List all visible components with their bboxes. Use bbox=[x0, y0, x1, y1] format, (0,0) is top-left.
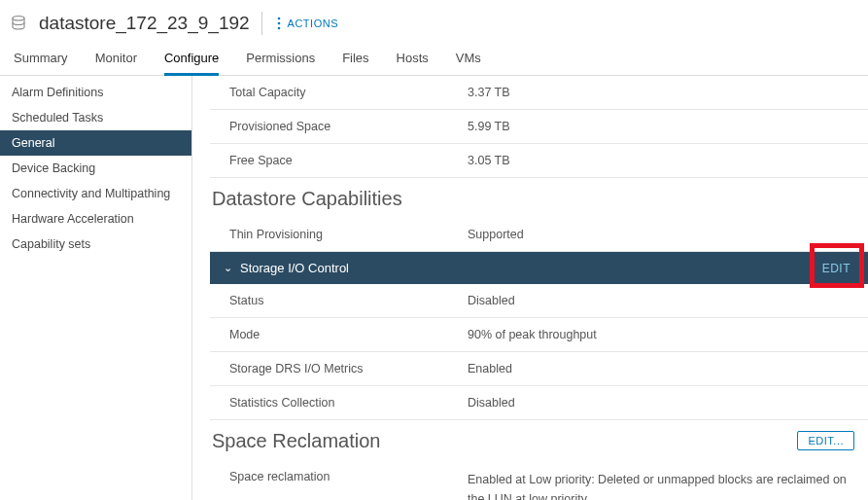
tab-hosts[interactable]: Hosts bbox=[397, 43, 429, 75]
sidebar-item-general[interactable]: General bbox=[0, 130, 191, 156]
row-value: 3.05 TB bbox=[468, 154, 868, 167]
row-label: Thin Provisioning bbox=[210, 228, 468, 241]
edit-sioc-button[interactable]: EDIT bbox=[822, 262, 851, 275]
table-row: Free Space 3.05 TB bbox=[210, 144, 868, 178]
table-row: Total Capacity 3.37 TB bbox=[210, 76, 868, 110]
row-value: Enabled bbox=[468, 362, 868, 375]
sidebar: Alarm Definitions Scheduled Tasks Genera… bbox=[0, 76, 192, 500]
row-value: 3.37 TB bbox=[468, 86, 868, 99]
tab-monitor[interactable]: Monitor bbox=[95, 43, 137, 75]
divider bbox=[261, 12, 262, 35]
sidebar-item-scheduled-tasks[interactable]: Scheduled Tasks bbox=[0, 105, 191, 130]
row-label: Total Capacity bbox=[210, 86, 468, 99]
table-row: Provisioned Space 5.99 TB bbox=[210, 110, 868, 144]
row-value: 5.99 TB bbox=[468, 120, 868, 133]
actions-label: ACTIONS bbox=[288, 18, 338, 29]
section-title-reclamation: Space Reclamation bbox=[210, 420, 380, 460]
table-row: Thin Provisioning Supported bbox=[210, 218, 868, 252]
tab-vms[interactable]: VMs bbox=[456, 43, 481, 75]
table-row: Space reclamation Enabled at Low priorit… bbox=[210, 460, 868, 500]
kebab-icon bbox=[274, 17, 284, 30]
actions-menu[interactable]: ACTIONS bbox=[274, 17, 338, 30]
svg-point-3 bbox=[277, 27, 280, 30]
row-label: Free Space bbox=[210, 154, 468, 167]
page-title: datastore_172_23_9_192 bbox=[39, 13, 250, 34]
table-row: Statistics Collection Disabled bbox=[210, 386, 868, 420]
sidebar-item-capability-sets[interactable]: Capability sets bbox=[0, 232, 191, 257]
row-value: Enabled at Low priority: Deleted or unma… bbox=[468, 470, 868, 500]
row-label: Provisioned Space bbox=[210, 120, 468, 133]
row-label: Status bbox=[210, 294, 468, 307]
sidebar-item-connectivity[interactable]: Connectivity and Multipathing bbox=[0, 181, 191, 206]
svg-point-2 bbox=[277, 22, 280, 25]
row-value: Disabled bbox=[468, 294, 868, 307]
row-label: Storage DRS I/O Metrics bbox=[210, 362, 468, 375]
sioc-header-label: Storage I/O Control bbox=[240, 261, 349, 275]
content-pane: Total Capacity 3.37 TB Provisioned Space… bbox=[192, 76, 868, 500]
row-value: 90% of peak throughput bbox=[468, 328, 868, 341]
tab-summary[interactable]: Summary bbox=[14, 43, 68, 75]
row-value: Supported bbox=[468, 228, 868, 241]
row-value: Disabled bbox=[468, 396, 868, 410]
tab-bar: Summary Monitor Configure Permissions Fi… bbox=[0, 43, 868, 76]
sidebar-item-hardware-acceleration[interactable]: Hardware Acceleration bbox=[0, 206, 191, 232]
table-row: Storage DRS I/O Metrics Enabled bbox=[210, 352, 868, 386]
row-label: Statistics Collection bbox=[210, 396, 468, 410]
datastore-icon bbox=[10, 15, 27, 32]
tab-files[interactable]: Files bbox=[342, 43, 368, 75]
edit-reclamation-button[interactable]: EDIT... bbox=[797, 431, 854, 450]
sidebar-item-alarm-definitions[interactable]: Alarm Definitions bbox=[0, 80, 191, 105]
svg-point-1 bbox=[277, 18, 280, 20]
chevron-down-icon: ⌄ bbox=[224, 262, 232, 274]
tab-configure[interactable]: Configure bbox=[164, 43, 219, 75]
svg-point-0 bbox=[13, 17, 24, 21]
table-row: Status Disabled bbox=[210, 284, 868, 318]
tab-permissions[interactable]: Permissions bbox=[246, 43, 315, 75]
table-row: Mode 90% of peak throughput bbox=[210, 318, 868, 352]
page-header: datastore_172_23_9_192 ACTIONS bbox=[0, 0, 868, 43]
row-label: Space reclamation bbox=[210, 470, 468, 500]
storage-io-control-header[interactable]: ⌄ Storage I/O Control EDIT bbox=[210, 252, 868, 284]
sidebar-item-device-backing[interactable]: Device Backing bbox=[0, 156, 191, 181]
row-label: Mode bbox=[210, 328, 468, 341]
section-title-capabilities: Datastore Capabilities bbox=[210, 178, 868, 218]
